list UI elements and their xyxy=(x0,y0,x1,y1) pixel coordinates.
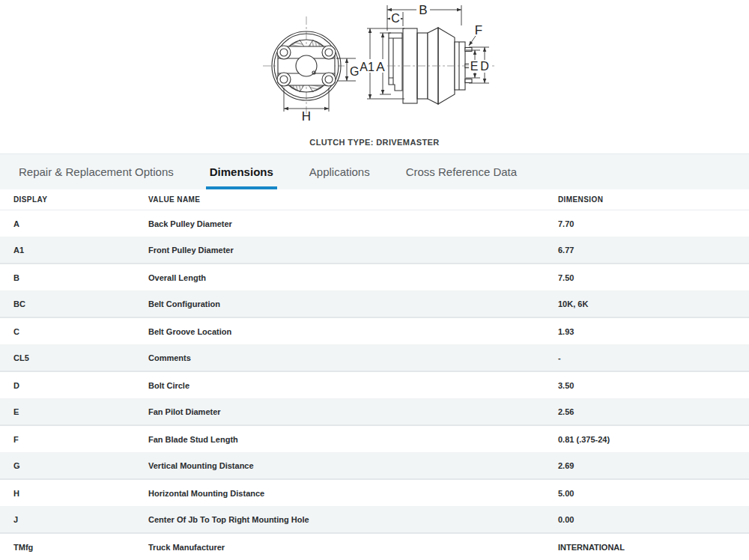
dimensions-table: DISPLAY VALUE NAME DIMENSION A Back Pull… xyxy=(0,189,749,560)
cell-display: BC xyxy=(0,299,148,308)
cell-value-name: Bolt Circle xyxy=(148,381,558,390)
table-row: G Vertical Mounting Distance 2.69 xyxy=(0,453,749,480)
table-row: TMfg Truck Manufacturer INTERNATIONAL xyxy=(0,534,749,560)
cell-dimension: 7.70 xyxy=(558,219,749,228)
cell-dimension: 5.00 xyxy=(558,489,749,498)
cell-dimension: - xyxy=(558,353,749,362)
table-row: BC Belt Configuration 10K, 6K xyxy=(0,291,749,318)
cell-display: CL5 xyxy=(0,353,148,362)
cell-dimension: 7.50 xyxy=(558,273,749,282)
cell-dimension: 2.56 xyxy=(558,407,749,416)
cell-value-name: Fan Blade Stud Length xyxy=(148,435,558,444)
column-header-display: DISPLAY xyxy=(0,195,148,204)
column-header-dimension: DIMENSION xyxy=(558,195,749,204)
tab-applications[interactable]: Applications xyxy=(307,154,372,189)
table-row: C Belt Groove Location 1.93 xyxy=(0,318,749,345)
cell-display: G xyxy=(0,461,148,470)
column-header-value-name: VALUE NAME xyxy=(148,195,558,204)
tab-dimensions[interactable]: Dimensions xyxy=(207,154,276,189)
cell-dimension: 2.69 xyxy=(558,461,749,470)
table-header-row: DISPLAY VALUE NAME DIMENSION xyxy=(0,189,749,210)
front-view xyxy=(263,16,345,114)
table-row: D Bolt Circle 3.50 xyxy=(0,372,749,399)
cell-display: J xyxy=(0,515,148,524)
cell-display: TMfg xyxy=(0,543,148,552)
product-diagram-section: G H B xyxy=(0,0,749,153)
dim-label-g: G xyxy=(350,65,359,78)
cell-dimension: 0.81 (.375-24) xyxy=(558,435,749,444)
table-row: E Fan Pilot Diameter 2.56 xyxy=(0,399,749,426)
dimension-c: C xyxy=(387,12,403,26)
cell-display: E xyxy=(0,407,148,416)
cell-value-name: Vertical Mounting Distance xyxy=(148,461,558,470)
journal-bracket xyxy=(389,33,402,91)
dim-label-c: C xyxy=(391,12,400,25)
table-row: J Center Of Jb To Top Right Mounting Hol… xyxy=(0,507,749,534)
cell-dimension: INTERNATIONAL xyxy=(558,543,749,552)
cell-dimension: 10K, 6K xyxy=(558,299,749,308)
table-row: CL5 Comments - xyxy=(0,345,749,372)
cell-dimension: 6.77 xyxy=(558,246,749,255)
dim-label-e: E xyxy=(470,60,479,73)
cell-value-name: Horizontal Mounting Distance xyxy=(148,489,558,498)
cell-value-name: Belt Configuration xyxy=(148,299,558,308)
cell-display: A xyxy=(0,219,148,228)
cell-display: D xyxy=(0,381,148,390)
cell-value-name: Back Pulley Diameter xyxy=(148,219,558,228)
cell-value-name: Belt Groove Location xyxy=(148,327,558,336)
cell-dimension: 0.00 xyxy=(558,515,749,524)
table-row: A Back Pulley Diameter 7.70 xyxy=(0,210,749,237)
dim-label-a: A xyxy=(376,60,385,74)
dimension-e-d: E D xyxy=(466,47,491,83)
dimension-g: G xyxy=(336,58,359,81)
tab-cross-reference-data[interactable]: Cross Reference Data xyxy=(404,154,519,189)
dim-label-b: B xyxy=(419,3,427,17)
cell-display: C xyxy=(0,327,148,336)
cell-value-name: Comments xyxy=(148,353,558,362)
clutch-type-caption: CLUTCH TYPE: DRIVEMASTER xyxy=(0,138,749,147)
dim-label-a1: A1 xyxy=(360,61,374,73)
dimension-f: F xyxy=(469,23,482,46)
dim-label-d: D xyxy=(480,60,489,73)
cell-display: A1 xyxy=(0,246,148,255)
detail-tabs: Repair & Replacement Options Dimensions … xyxy=(0,153,749,189)
cell-display: F xyxy=(0,435,148,444)
cell-dimension: 1.93 xyxy=(558,327,749,336)
clutch-technical-drawing: G H B xyxy=(0,0,749,136)
cell-dimension: 3.50 xyxy=(558,381,749,390)
table-row: F Fan Blade Stud Length 0.81 (.375-24) xyxy=(0,426,749,453)
cell-display: B xyxy=(0,273,148,282)
table-row: B Overall Length 7.50 xyxy=(0,264,749,291)
cell-value-name: Front Pulley Diameter xyxy=(148,246,558,255)
dim-label-h: H xyxy=(302,109,311,124)
cell-display: H xyxy=(0,489,148,498)
table-row: A1 Front Pulley Diameter 6.77 xyxy=(0,237,749,264)
cell-value-name: Fan Pilot Diameter xyxy=(148,407,558,416)
cell-value-name: Overall Length xyxy=(148,273,558,282)
cell-value-name: Truck Manufacturer xyxy=(148,543,558,552)
dim-label-f: F xyxy=(475,23,482,37)
center-pilot-hole xyxy=(296,55,317,76)
table-row: H Horizontal Mounting Distance 5.00 xyxy=(0,480,749,507)
tab-repair-replacement-options[interactable]: Repair & Replacement Options xyxy=(16,154,176,189)
cell-value-name: Center Of Jb To Top Right Mounting Hole xyxy=(148,515,558,524)
